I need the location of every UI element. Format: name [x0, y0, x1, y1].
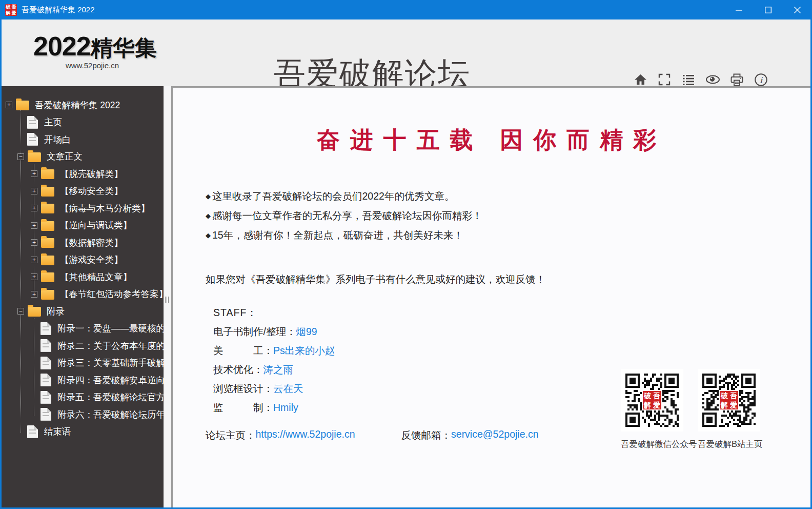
tree-expander-icon[interactable]: +: [31, 257, 37, 263]
title-bar: 破吾解爱 吾爱破解精华集 2022: [0, 0, 812, 19]
qr-seal-icon: 破吾解爱: [642, 390, 662, 410]
tree-expander-icon[interactable]: −: [17, 308, 24, 315]
qr-seal-icon: 破吾解爱: [719, 390, 739, 410]
close-button[interactable]: [783, 0, 812, 19]
header: 2022精华集 www.52pojie.cn 吾爱破解论坛 i: [2, 19, 810, 86]
staff-row: 美 工： Ps出来的小赵: [213, 341, 335, 360]
diamond-bullet-icon: ◆: [206, 212, 211, 220]
folder-icon: [41, 169, 54, 179]
tree-expander-icon[interactable]: +: [31, 170, 37, 177]
eye-icon[interactable]: [705, 72, 720, 87]
sidebar-splitter[interactable]: [164, 86, 171, 507]
staff-member-link[interactable]: Hmily: [273, 402, 298, 414]
toc-tree-item[interactable]: + 吾爱破解精华集 2022: [2, 96, 164, 114]
staff-row: 电子书制作/整理： 烟99: [213, 322, 335, 341]
home-icon[interactable]: [633, 72, 648, 87]
diamond-bullet-icon: ◆: [206, 231, 211, 239]
toc-tree-item[interactable]: 主页: [2, 114, 164, 131]
toc-tree-item[interactable]: + 【逆向与调试类】: [2, 217, 164, 234]
tree-item-label: 文章正文: [47, 150, 83, 163]
toc-tree-item[interactable]: + 【病毒与木马分析类】: [2, 200, 164, 217]
tree-expander-icon[interactable]: +: [6, 102, 12, 108]
toc-tree-item[interactable]: 结束语: [2, 423, 164, 441]
content-pane: 奋进十五载 因你而精彩 ◆ 这里收录了吾爱破解论坛的会员们2022年的优秀文章。…: [171, 86, 810, 507]
toc-tree-item[interactable]: 附录二：关于公布本年度的: [2, 337, 164, 355]
tree-item-label: 开场白: [44, 133, 71, 146]
intro-bullet-line: ◆ 感谢每一位文章作者的无私分享，吾爱破解论坛因你而精彩！: [206, 206, 482, 225]
tree-expander-icon[interactable]: +: [31, 291, 37, 298]
tree-item-label: 主页: [44, 116, 62, 128]
toc-tree-item[interactable]: + 【移动安全类】: [2, 183, 164, 200]
document-icon: [40, 408, 51, 421]
toc-tree-item[interactable]: + 【春节红包活动参考答案】: [2, 286, 164, 303]
staff-block: STAFF： 电子书制作/整理： 烟99 美 工： Ps出来的小赵 技术优化： …: [213, 303, 335, 417]
qr-caption: 吾爱破解B站主页: [698, 439, 760, 450]
window-controls: [724, 0, 812, 19]
staff-row: 浏览框设计： 云在天: [213, 379, 335, 398]
toc-tree-item[interactable]: 附录六：吾爱破解论坛历年: [2, 406, 164, 423]
tree-expander-icon[interactable]: +: [31, 273, 37, 280]
maximize-button[interactable]: [754, 0, 783, 19]
staff-role-label: 技术优化：: [213, 363, 263, 377]
tree-expander-icon[interactable]: −: [17, 153, 24, 160]
folder-icon: [41, 221, 54, 231]
folder-icon: [41, 256, 54, 265]
toc-tree-item[interactable]: 附录三：关零基础新手破解: [2, 355, 164, 372]
print-icon[interactable]: [729, 72, 744, 87]
app-window: 破吾解爱 吾爱破解精华集 2022 2022精华集 www.52pojie.cn…: [0, 0, 812, 509]
tree-expander-icon[interactable]: +: [31, 188, 37, 194]
document-icon: [40, 339, 51, 352]
toc-tree-item[interactable]: + 【游戏安全类】: [2, 251, 164, 269]
minimize-button[interactable]: [724, 0, 754, 19]
tree-item-label: 附录五：吾爱破解论坛官方: [57, 391, 164, 403]
qr-area: 破吾解爱 吾爱破解微信公众号 破吾解爱 吾爱破解B站主页: [621, 369, 760, 450]
staff-member-link[interactable]: 涛之雨: [263, 363, 294, 377]
staff-member-link[interactable]: 云在天: [273, 382, 303, 396]
toc-tree-item[interactable]: 附录四：吾爱破解安卓逆向: [2, 371, 164, 389]
toc-tree-item[interactable]: 附录一：爱盘——最硬核的: [2, 320, 164, 338]
tree-item-label: 附录二：关于公布本年度的: [57, 340, 164, 352]
toc-tree-item[interactable]: − 文章正文: [2, 148, 164, 166]
footer-link-item: 论坛主页： https://www.52pojie.cn: [206, 428, 355, 442]
document-icon: [27, 116, 38, 129]
document-icon: [40, 374, 51, 386]
app-seal-icon: 破吾解爱: [5, 4, 17, 16]
document-icon: [27, 133, 38, 146]
fullscreen-icon[interactable]: [657, 72, 672, 87]
toc-tree-item[interactable]: + 【其他精品文章】: [2, 268, 164, 286]
toc-tree-item[interactable]: + 【数据解密类】: [2, 234, 164, 251]
info-icon[interactable]: i: [753, 72, 768, 87]
toolbar: i: [633, 72, 768, 87]
folder-icon: [41, 238, 54, 248]
staff-row: 技术优化： 涛之雨: [213, 360, 335, 379]
qr-block: 破吾解爱 吾爱破解B站主页: [698, 369, 760, 450]
qr-caption: 吾爱破解微信公众号: [621, 439, 683, 450]
footer-link[interactable]: service@52pojie.cn: [451, 428, 538, 442]
toc-tree-item[interactable]: − 附录: [2, 303, 164, 320]
tree-item-label: 附录一：爱盘——最硬核的: [57, 322, 164, 335]
tree-item-label: 【移动安全类】: [60, 185, 123, 197]
staff-role-label: 美 工：: [213, 344, 273, 358]
toc-tree-item[interactable]: 附录五：吾爱破解论坛官方: [2, 389, 164, 406]
footer-link[interactable]: https://www.52pojie.cn: [256, 428, 355, 442]
tree-item-label: 【脱壳破解类】: [60, 168, 123, 180]
logo-suffix: 精华集: [91, 35, 157, 60]
tree-expander-icon[interactable]: +: [31, 222, 37, 229]
folder-icon: [28, 307, 41, 317]
list-icon[interactable]: [681, 72, 696, 87]
tree-item-label: 吾爱破解精华集 2022: [35, 99, 120, 111]
qr-block: 破吾解爱 吾爱破解微信公众号: [621, 369, 683, 450]
staff-member-link[interactable]: Ps出来的小赵: [273, 344, 335, 358]
feedback-note: 如果您对《吾爱破解精华集》系列电子书有什么意见或好的建议，欢迎反馈！: [206, 272, 545, 286]
toc-tree-item[interactable]: 开场白: [2, 131, 164, 148]
toc-tree-item[interactable]: + 【脱壳破解类】: [2, 165, 164, 183]
logo-year: 2022: [33, 31, 91, 61]
diamond-bullet-icon: ◆: [206, 192, 211, 200]
staff-member-link[interactable]: 烟99: [296, 325, 317, 339]
tree-expander-icon[interactable]: +: [31, 205, 37, 211]
intro-bullet-text: 感谢每一位文章作者的无私分享，吾爱破解论坛因你而精彩！: [212, 209, 482, 223]
qr-code-image: 破吾解爱: [621, 369, 683, 432]
staff-role-label: 电子书制作/整理：: [213, 325, 296, 339]
tree-expander-icon[interactable]: +: [31, 239, 37, 246]
tree-item-label: 附录六：吾爱破解论坛历年: [57, 408, 164, 421]
